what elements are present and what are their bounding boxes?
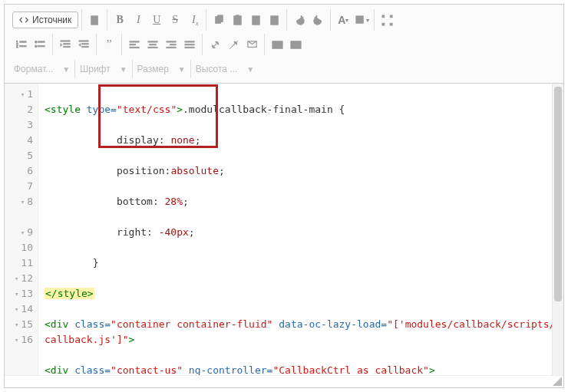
format-combo[interactable]: Формат...▼ xyxy=(9,60,75,78)
remove-format-icon[interactable]: Ix xyxy=(184,11,203,29)
svg-marker-29 xyxy=(78,43,80,46)
align-right-icon[interactable] xyxy=(162,35,180,54)
code-content[interactable]: <style type="text/css">.modulcallback-fi… xyxy=(38,84,563,375)
svg-rect-21 xyxy=(38,45,44,46)
copy-icon[interactable] xyxy=(210,11,228,29)
svg-rect-39 xyxy=(184,41,193,41)
svg-rect-41 xyxy=(184,47,193,48)
svg-text:T: T xyxy=(254,18,257,24)
strike-icon[interactable]: S xyxy=(166,11,184,29)
bullet-list-icon[interactable] xyxy=(31,35,49,54)
indent-icon[interactable] xyxy=(74,35,93,54)
paste-icon[interactable] xyxy=(228,11,246,29)
bottom-bar xyxy=(5,375,563,387)
numbered-list-icon[interactable]: 12 xyxy=(12,35,31,54)
blockquote-icon[interactable]: ” xyxy=(100,35,118,54)
svg-rect-26 xyxy=(78,40,88,41)
align-left-icon[interactable] xyxy=(125,35,144,54)
source-button-label: Источник xyxy=(32,15,71,25)
image-icon[interactable] xyxy=(268,35,286,54)
svg-rect-32 xyxy=(129,47,138,48)
text-color-icon[interactable]: A▾ xyxy=(334,11,352,29)
svg-text:W: W xyxy=(272,18,277,24)
svg-rect-4 xyxy=(236,15,239,17)
link-icon[interactable] xyxy=(206,35,224,54)
svg-rect-0 xyxy=(91,15,97,24)
svg-rect-28 xyxy=(81,46,88,47)
editor-container: Источник B I U S Ix T W xyxy=(4,4,564,388)
svg-rect-38 xyxy=(166,47,175,48)
redo-icon[interactable] xyxy=(309,11,327,29)
vertical-scrollbar[interactable] xyxy=(552,84,563,375)
new-page-icon[interactable] xyxy=(85,11,104,29)
scroll-thumb[interactable] xyxy=(554,87,562,301)
outdent-icon[interactable] xyxy=(56,35,74,54)
svg-rect-37 xyxy=(170,44,176,44)
svg-rect-19 xyxy=(38,41,44,41)
source-button[interactable]: Источник xyxy=(12,12,78,28)
svg-rect-23 xyxy=(63,43,69,44)
svg-point-44 xyxy=(274,43,276,44)
paste-word-icon[interactable]: W xyxy=(265,11,283,29)
svg-rect-9 xyxy=(356,15,363,22)
code-area[interactable]: ▾1 2 3 4 5 6 7 ▾8 ▾9 10 11 ▾12 ▾13 ▾14 ▾… xyxy=(5,84,563,375)
svg-rect-2 xyxy=(217,15,223,21)
svg-point-18 xyxy=(35,41,37,43)
align-justify-icon[interactable] xyxy=(180,35,199,54)
svg-rect-33 xyxy=(147,41,157,41)
underline-icon[interactable]: U xyxy=(147,11,166,29)
table-icon[interactable] xyxy=(286,35,305,54)
svg-rect-35 xyxy=(147,47,157,48)
svg-rect-24 xyxy=(63,46,69,47)
svg-rect-15 xyxy=(19,41,25,41)
toolbar: Источник B I U S Ix T W xyxy=(5,5,563,84)
anchor-icon[interactable] xyxy=(243,35,261,54)
svg-rect-30 xyxy=(129,41,138,41)
svg-point-20 xyxy=(35,44,37,47)
svg-rect-22 xyxy=(60,40,69,41)
italic-icon[interactable]: I xyxy=(129,11,147,29)
svg-rect-40 xyxy=(184,44,193,44)
resize-handle[interactable] xyxy=(553,377,562,386)
bg-color-icon[interactable]: ▾ xyxy=(352,11,371,29)
svg-rect-17 xyxy=(19,45,25,46)
svg-rect-11 xyxy=(390,15,392,17)
svg-rect-34 xyxy=(149,44,155,44)
bold-icon[interactable]: B xyxy=(111,11,129,29)
svg-marker-25 xyxy=(60,43,61,46)
maximize-icon[interactable] xyxy=(378,11,396,29)
svg-text:2: 2 xyxy=(16,44,18,48)
svg-rect-36 xyxy=(166,41,175,41)
svg-rect-13 xyxy=(390,23,392,25)
align-center-icon[interactable] xyxy=(144,35,162,54)
svg-rect-27 xyxy=(81,43,88,44)
svg-text:1: 1 xyxy=(16,40,18,44)
svg-rect-12 xyxy=(382,23,385,25)
unlink-icon[interactable] xyxy=(224,35,243,54)
font-combo[interactable]: Шрифт▼ xyxy=(75,60,132,78)
height-combo[interactable]: Высота ...▼ xyxy=(191,60,259,78)
gutter: ▾1 2 3 4 5 6 7 ▾8 ▾9 10 11 ▾12 ▾13 ▾14 ▾… xyxy=(5,84,38,375)
svg-rect-31 xyxy=(129,44,135,44)
undo-icon[interactable] xyxy=(290,11,309,29)
svg-rect-10 xyxy=(382,15,385,17)
paste-text-icon[interactable]: T xyxy=(246,11,265,29)
size-combo[interactable]: Размер▼ xyxy=(133,60,191,78)
